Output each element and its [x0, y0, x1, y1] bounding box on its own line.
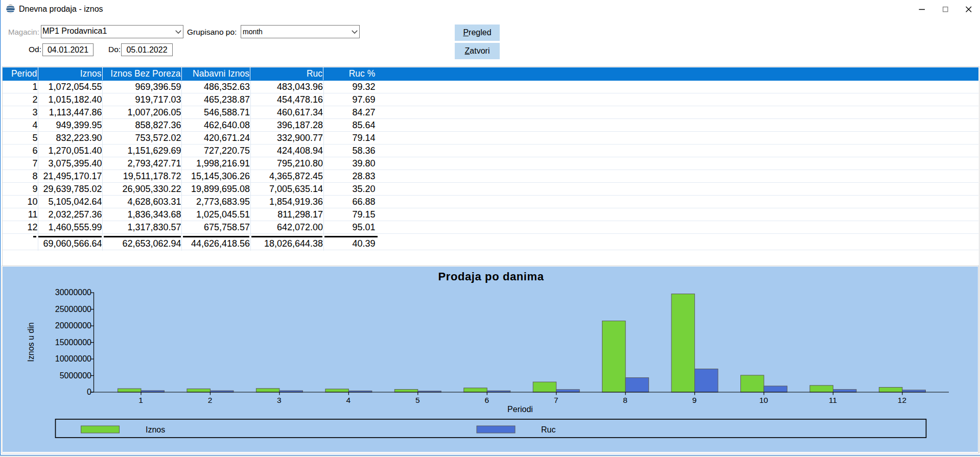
- svg-text:Ruc: Ruc: [541, 425, 555, 434]
- svg-text:10000000: 10000000: [55, 354, 91, 363]
- svg-text:2: 2: [208, 396, 213, 404]
- svg-text:5: 5: [415, 396, 420, 404]
- svg-text:8: 8: [623, 396, 627, 404]
- svg-text:25000000: 25000000: [55, 305, 91, 314]
- svg-text:5000000: 5000000: [60, 371, 91, 380]
- svg-text:1: 1: [138, 396, 143, 404]
- svg-text:20000000: 20000000: [55, 321, 91, 330]
- svg-text:11: 11: [829, 396, 837, 404]
- svg-text:Iznos u din: Iznos u din: [27, 322, 35, 362]
- svg-text:7: 7: [554, 396, 558, 404]
- svg-text:3: 3: [277, 396, 282, 404]
- svg-text:4: 4: [346, 396, 351, 404]
- svg-text:Periodi: Periodi: [507, 405, 533, 414]
- svg-text:6: 6: [484, 396, 489, 404]
- svg-text:15000000: 15000000: [55, 338, 91, 347]
- svg-text:30000000: 30000000: [55, 288, 91, 297]
- svg-text:12: 12: [898, 396, 906, 404]
- svg-text:Iznos: Iznos: [146, 425, 165, 434]
- svg-text:9: 9: [692, 396, 697, 404]
- svg-text:10: 10: [759, 396, 768, 404]
- svg-text:Prodaja po danima: Prodaja po danima: [438, 270, 544, 283]
